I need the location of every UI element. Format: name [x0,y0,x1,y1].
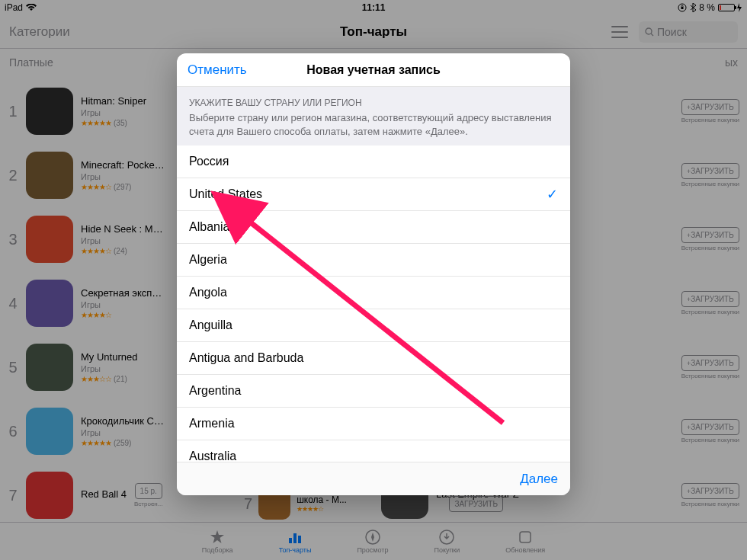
country-row[interactable]: Angola [177,277,570,309]
country-row[interactable]: Argentina [177,375,570,408]
country-row[interactable]: Algeria [177,244,570,277]
new-account-modal: Отменить Новая учетная запись УКАЖИТЕ ВА… [177,53,570,495]
modal-intro-heading: УКАЖИТЕ ВАШУ СТРАНУ ИЛИ РЕГИОН [189,98,558,108]
country-name: United States [189,187,262,201]
country-name: Antigua and Barbuda [189,351,303,365]
modal-intro-text: Выберите страну или регион магазина, соо… [189,111,558,138]
country-name: Armenia [189,417,235,430]
next-button[interactable]: Далее [520,472,558,487]
country-name: Albania [189,220,229,234]
country-row[interactable]: Albania [177,211,570,244]
modal-intro: УКАЖИТЕ ВАШУ СТРАНУ ИЛИ РЕГИОН Выберите … [177,87,570,146]
country-name: Australia [189,450,236,462]
country-row[interactable]: Armenia [177,408,570,440]
check-icon: ✓ [547,186,558,203]
country-list[interactable]: РоссияUnited States✓AlbaniaAlgeriaAngola… [177,146,570,462]
country-name: Algeria [189,253,227,267]
country-row[interactable]: Australia [177,440,570,462]
modal-header: Отменить Новая учетная запись [177,53,570,87]
modal-footer: Далее [177,462,570,495]
country-name: Angola [189,286,227,299]
country-name: Россия [189,155,229,168]
modal-title: Новая учетная запись [306,63,441,77]
country-name: Argentina [189,384,242,398]
country-name: Anguilla [189,318,232,332]
cancel-button[interactable]: Отменить [188,62,247,78]
country-row[interactable]: Anguilla [177,309,570,342]
modal-overlay: Отменить Новая учетная запись УКАЖИТЕ ВА… [0,0,747,560]
country-row[interactable]: United States✓ [177,178,570,211]
country-row[interactable]: Россия [177,146,570,178]
country-row[interactable]: Antigua and Barbuda [177,342,570,375]
